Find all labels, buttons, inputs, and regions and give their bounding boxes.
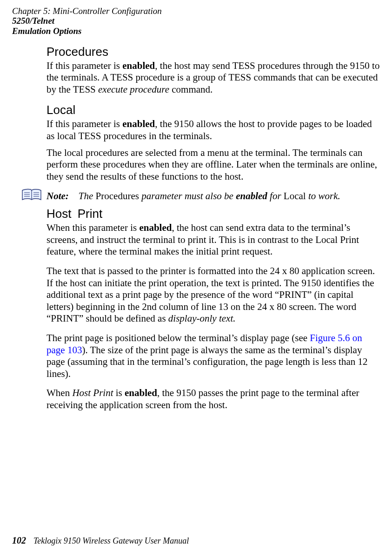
note-label: Note:: [47, 190, 69, 202]
text: is: [113, 387, 125, 398]
heading-local: Local: [47, 103, 380, 117]
text-italic: display-only text.: [168, 313, 236, 324]
running-header: Chapter 5: Mini-Controller Configuration…: [12, 7, 380, 36]
procedures-paragraph: If this parameter is enabled, the host m…: [47, 60, 380, 96]
local-paragraph-1: If this parameter is enabled, the 9150 a…: [47, 118, 380, 142]
text-bold: enabled: [122, 118, 155, 129]
text: to work.: [306, 190, 340, 202]
hostprint-paragraph-1: When this parameter is enabled, the host…: [47, 222, 380, 258]
header-chapter: Chapter 5: Mini-Controller Configuration: [12, 7, 380, 16]
manual-title: Teklogix 9150 Wireless Gateway User Manu…: [33, 536, 189, 545]
text-bold: enabled: [122, 60, 155, 71]
book-icon: [21, 188, 42, 202]
text-italic: execute procedure: [98, 84, 169, 95]
text: The print page is positioned below the t…: [47, 332, 310, 343]
note-text: Note: The Procedures parameter must also…: [47, 190, 380, 202]
content-area: Procedures If this parameter is enabled,…: [47, 45, 380, 411]
text: When: [47, 387, 72, 398]
text: command.: [169, 84, 213, 95]
text: ). The size of the print page is always …: [47, 344, 368, 379]
text: for: [267, 190, 284, 202]
heading-procedures: Procedures: [47, 45, 380, 59]
footer: 102Teklogix 9150 Wireless Gateway User M…: [12, 535, 189, 546]
header-section-line2: Emulation Options: [12, 26, 380, 36]
note-block: Note: The Procedures parameter must also…: [47, 190, 380, 202]
text: If this parameter is: [47, 118, 122, 129]
page-number: 102: [12, 535, 33, 545]
text: If this parameter is: [47, 60, 122, 71]
header-section-line1: 5250/Telnet: [12, 16, 380, 26]
text: parameter must also be: [139, 190, 236, 202]
text-bold-italic: enabled: [236, 190, 267, 202]
text-upright: Local: [284, 190, 306, 202]
hostprint-paragraph-3: The print page is positioned below the t…: [47, 332, 380, 380]
text-bold: enabled: [125, 387, 157, 398]
text-upright: Procedures: [96, 190, 139, 202]
page: Chapter 5: Mini-Controller Configuration…: [0, 0, 392, 558]
text: The: [79, 190, 96, 202]
text-bold: enabled: [139, 222, 172, 233]
local-paragraph-2: The local procedures are selected from a…: [47, 147, 380, 183]
hostprint-paragraph-4: When Host Print is enabled, the 9150 pas…: [47, 387, 380, 411]
text: When this parameter is: [47, 222, 139, 233]
hostprint-paragraph-2: The text that is passed to the printer i…: [47, 265, 380, 325]
text-italic: Host Print: [72, 387, 113, 398]
heading-host-print: Host Print: [47, 207, 380, 221]
